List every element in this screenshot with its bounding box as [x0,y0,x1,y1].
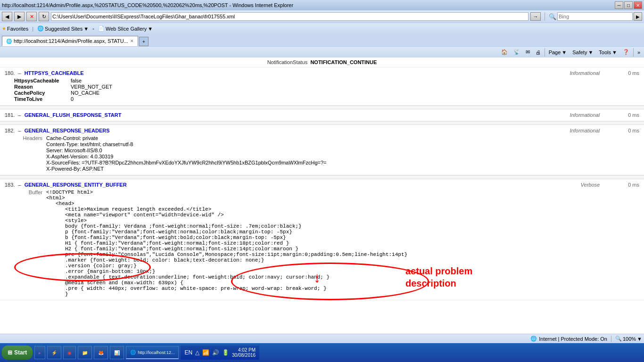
trace-name-181[interactable]: GENERAL_FLUSH_RESPONSE_START [25,112,122,118]
trace-row-182: 182. – GENERAL_RESPONSE_HEADERS Informat… [0,125,644,175]
header-line-2: Server: Microsoft-IIS/8.0 [46,148,327,153]
notification-value: NOTIFICATION_CONTINUE [310,59,377,65]
tab-close-button[interactable]: ✕ [130,39,134,43]
headers-label-182: Headers [14,135,42,141]
trace-row-180: 180. – HTTPSYS_CACHEABLE Informational 0… [0,67,644,106]
safety-button[interactable]: Safety▼ [570,49,595,56]
buffer-line-16: @media screen and (max-width: 639px) { [46,280,407,286]
page-label: Page [549,49,561,55]
trace-dash-181: – [17,112,22,118]
trace-number-182: 182. [5,128,15,133]
label-timetolive: TimeToLive [14,96,71,102]
safety-chevron: ▼ [588,49,593,55]
buffer-values-183: <!DOCTYPE html> <html> <head> <title>Max… [46,189,407,297]
minimize-button[interactable]: ─ [615,1,623,9]
trace-number-180: 180. [5,70,15,76]
search-area: 🔍 ▶ [549,12,642,21]
forward-button[interactable]: ▶ [14,12,25,21]
notification-bar: NotificationStatus NOTIFICATION_CONTINUE [0,58,644,67]
value-reason: VERB_NOT_GET [71,84,112,90]
tools-button[interactable]: Tools▼ [597,49,619,56]
trace-category-180: Informational [570,70,600,76]
web-slice-label: Web Slice Gallery [106,26,147,32]
search-input[interactable] [557,12,633,21]
trace-name-182[interactable]: GENERAL_RESPONSE_HEADERS [25,128,110,133]
address-bar-area: ◀ ▶ ✕ ↻ → 🔍 ▶ [0,10,644,23]
stop-button[interactable]: ✕ [26,12,37,21]
trace-name-183[interactable]: GENERAL_RESPONSE_ENTITY_BUFFER [25,182,127,188]
home-button[interactable]: 🏠 [499,49,510,56]
separator-1 [0,106,644,109]
header-line-4: X-SourceFiles: =?UTF-8?B?RDpcZ2hhcmJhbmF… [46,160,327,165]
trace-dash-182: – [17,128,22,133]
web-slice-link[interactable]: 📄 Web Slice Gallery ▼ [98,25,153,32]
buffer-line-11: pre {font-family:"Consolas","Lucida Cons… [46,252,407,257]
trace-time-182: 0 ms [628,128,639,133]
buffer-line-12: .marker {font-weight: bold; color: black… [46,257,407,263]
tab-favicon: 🌐 [6,39,12,44]
suggested-sites-link[interactable]: 🌐 Suggested Sites ▼ [37,25,89,32]
notification-label: NotificationStatus [267,59,308,65]
search-button[interactable]: ▶ [634,12,642,21]
buffer-line-14: .error {margin-bottom: 10px;} [46,269,407,274]
tab-label: http://localhost:1214/Admin/Profile.aspx… [14,38,128,44]
suggested-sites-icon: 🌐 [37,25,44,32]
buffer-line-15: .expandable { text-decoration:underline;… [46,274,407,280]
buffer-section-183: Buffer <!DOCTYPE html> <html> <head> <ti… [5,189,639,297]
refresh-button[interactable]: ↻ [39,12,49,21]
back-button[interactable]: ◀ [2,12,12,21]
header-line-3: X-AspNet-Version: 4.0.30319 [46,154,327,159]
buffer-line-1: <html> [46,195,407,201]
active-tab[interactable]: 🌐 http://localhost:1214/Admin/Profile.as… [2,36,138,46]
go-button[interactable]: → [530,12,541,21]
status-bar: 🌐 Internet | Protected Mode: On 🔍 100% ▼ [0,334,644,343]
help-button[interactable]: ❓ [621,49,631,56]
trace-name-180[interactable]: HTTPSYS_CACHEABLE [25,70,84,76]
data-row-timetolive: TimeToLive 0 [14,96,639,102]
value-cachepolicy: NO_CACHE [71,90,99,96]
mail-button[interactable]: ✉ [524,49,532,56]
trace-time-181: 0 ms [628,112,639,118]
data-row-httpsyscacheable: HttpsysCacheable false [14,78,639,83]
feed-button[interactable]: 📡 [512,49,522,56]
buffer-line-7: p {font-family:"Verdana";font-weight:nor… [46,229,407,235]
page-button[interactable]: Page▼ [547,49,569,56]
buffer-line-8: b {font-family:"Verdana";font-weight:bol… [46,235,407,240]
zone-info: 🌐 Internet | Protected Mode: On [530,336,607,342]
restore-button[interactable]: □ [624,1,633,9]
safety-label: Safety [572,49,587,55]
compatibility-button[interactable]: » [636,49,642,56]
trace-number-183: 183. [5,182,15,188]
label-httpsyscacheable: HttpsysCacheable [14,78,71,83]
header-line-1: Content-Type: text/html; charset=utf-8 [46,141,327,147]
window-controls: ─ □ ✕ [615,1,642,9]
buffer-line-3: <title>Maximum request length exceeded.<… [46,206,407,212]
zoom-info: 🔍 100% ▼ [615,336,642,342]
print-button[interactable]: 🖨 [534,49,543,56]
tab-bar: 🌐 http://localhost:1214/Admin/Profile.as… [0,34,644,46]
address-input[interactable] [51,12,528,21]
close-button[interactable]: ✕ [634,1,642,9]
zone-label: Internet | Protected Mode: On [539,336,607,342]
trace-dash-183: – [17,182,22,188]
buffer-line-9: H1 { font-family:"Verdana";font-weight:n… [46,240,407,246]
status-right: 🌐 Internet | Protected Mode: On 🔍 100% ▼ [530,336,642,342]
header-line-0: Cache-Control: private [46,135,327,141]
content-inner: NotificationStatus NOTIFICATION_CONTINUE… [0,58,644,300]
label-cachepolicy: CachePolicy [14,90,71,96]
headers-section-182: Headers Cache-Control: private Content-T… [5,135,639,172]
header-line-5: X-Powered-By: ASP.NET [46,166,327,172]
new-tab-button[interactable]: + [139,37,149,46]
value-timetolive: 0 [71,96,74,102]
trace-category-183: Verbose [581,182,600,188]
zone-icon: 🌐 [530,336,537,342]
page-chevron: ▼ [561,49,567,55]
buffer-line-6: body {font-family: Verdana ;font-weight:… [46,223,407,229]
trace-time-180: 0 ms [628,70,639,76]
label-reason: Reason [14,84,71,90]
favorites-button[interactable]: ★ Favorites [2,26,28,32]
favorites-label: Favorites [7,26,28,32]
buffer-line-4: <meta name="viewport" content="width=dev… [46,212,407,218]
buffer-line-2: <head> [46,201,407,206]
content-area[interactable]: NotificationStatus NOTIFICATION_CONTINUE… [0,58,644,334]
